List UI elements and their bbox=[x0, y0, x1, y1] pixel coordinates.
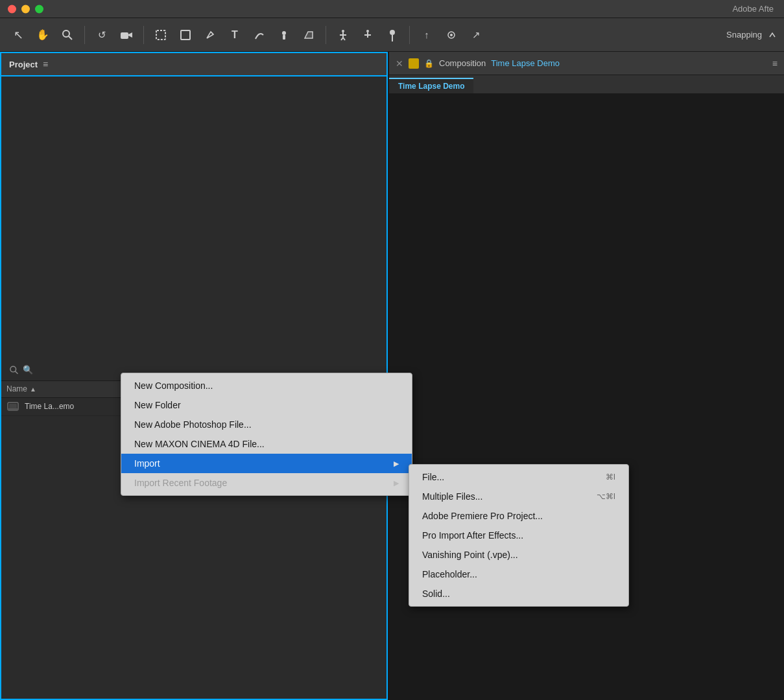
project-header: Project ≡ bbox=[1, 53, 386, 76]
project-panel-menu-icon[interactable]: ≡ bbox=[43, 59, 48, 69]
import-recent-arrow: ▶ bbox=[394, 479, 399, 487]
shape-tool[interactable] bbox=[175, 25, 196, 45]
project-preview-area bbox=[1, 76, 386, 360]
svg-rect-4 bbox=[156, 30, 165, 40]
snapping-area: Snapping bbox=[726, 30, 776, 40]
comp-viewport bbox=[389, 93, 784, 700]
svg-marker-3 bbox=[128, 32, 132, 38]
menu-item-import-recent: Import Recent Footage ▶ bbox=[121, 473, 412, 493]
submenu-pro-import[interactable]: Pro Import After Effects... bbox=[409, 526, 628, 545]
submenu-placeholder[interactable]: Placeholder... bbox=[409, 565, 628, 584]
menu-item-new-folder[interactable]: New Folder bbox=[121, 395, 412, 415]
menu-item-new-cinema4d[interactable]: New MAXON CINEMA 4D File... bbox=[121, 434, 412, 454]
title-bar: Adobe Afte bbox=[0, 0, 784, 18]
svg-line-23 bbox=[16, 371, 18, 373]
separator3 bbox=[326, 26, 326, 44]
comp-title-text: Composition bbox=[439, 58, 486, 68]
eraser-tool[interactable] bbox=[298, 25, 319, 45]
camera-tool[interactable] bbox=[116, 25, 137, 45]
pen-tool[interactable] bbox=[200, 25, 220, 45]
svg-line-6 bbox=[211, 32, 213, 34]
svg-point-18 bbox=[390, 30, 395, 35]
composition-row-icon bbox=[6, 400, 19, 413]
hand-tool[interactable]: ✋ bbox=[32, 25, 53, 45]
menu-item-new-composition[interactable]: New Composition... bbox=[121, 376, 412, 395]
submenu-premiere-pro[interactable]: Adobe Premiere Pro Project... bbox=[409, 506, 628, 526]
svg-rect-27 bbox=[8, 408, 18, 410]
sub-menu: File... ⌘I Multiple Files... ⌥⌘I Adobe P… bbox=[409, 464, 629, 607]
minimize-button[interactable] bbox=[21, 5, 30, 13]
toolbar: ↖ ✋ ↺ T bbox=[0, 18, 784, 52]
comp-panel-menu-icon[interactable]: ≡ bbox=[772, 58, 778, 69]
comp-tab[interactable]: Time Lapse Demo bbox=[389, 78, 473, 93]
search-icon bbox=[9, 365, 19, 375]
align-top[interactable]: ↑ bbox=[416, 25, 437, 45]
submenu-solid[interactable]: Solid... bbox=[409, 584, 628, 603]
separator bbox=[84, 26, 85, 44]
comp-name: Time Lapse Demo bbox=[491, 58, 560, 68]
lock-icon: 🔒 bbox=[424, 59, 434, 68]
project-panel-title: Project bbox=[9, 60, 38, 69]
context-menu: New Composition... New Folder New Adobe … bbox=[121, 373, 412, 496]
import-submenu-arrow: ▶ bbox=[394, 460, 399, 468]
puppet-tool[interactable] bbox=[333, 25, 353, 45]
close-button[interactable] bbox=[8, 5, 16, 13]
menu-item-import[interactable]: Import ▶ bbox=[121, 454, 412, 473]
svg-marker-9 bbox=[305, 32, 313, 38]
maximize-button[interactable] bbox=[35, 5, 43, 13]
app-title: Adobe Afte bbox=[732, 4, 774, 14]
comp-header: ✕ 🔒 Composition Time Lapse Demo ≡ bbox=[389, 52, 784, 75]
svg-rect-26 bbox=[9, 404, 17, 409]
comp-close-button[interactable]: ✕ bbox=[396, 58, 403, 69]
align-right[interactable]: ↗ bbox=[466, 25, 486, 45]
menu-item-new-photoshop[interactable]: New Adobe Photoshop File... bbox=[121, 415, 412, 434]
svg-rect-2 bbox=[121, 32, 128, 39]
text-tool[interactable]: T bbox=[224, 25, 245, 45]
sort-arrow: ▲ bbox=[30, 386, 36, 393]
svg-rect-8 bbox=[283, 35, 285, 40]
rotate-tool[interactable]: ↺ bbox=[91, 25, 112, 45]
svg-point-10 bbox=[342, 30, 344, 32]
selection-tool[interactable]: ↖ bbox=[8, 25, 29, 45]
svg-point-0 bbox=[63, 30, 69, 37]
zoom-tool[interactable] bbox=[57, 25, 78, 45]
separator4 bbox=[409, 26, 410, 44]
submenu-vanishing-point[interactable]: Vanishing Point (.vpe)... bbox=[409, 545, 628, 565]
svg-point-22 bbox=[10, 366, 16, 372]
comp-tab-bar: Time Lapse Demo bbox=[389, 75, 784, 93]
col-name-header[interactable]: Name ▲ bbox=[1, 384, 137, 393]
rect-select-tool[interactable] bbox=[150, 25, 171, 45]
puppet-tool2[interactable] bbox=[357, 25, 378, 45]
svg-line-14 bbox=[343, 38, 345, 40]
snapping-label: Snapping bbox=[726, 30, 762, 40]
path-tool[interactable] bbox=[249, 25, 270, 45]
svg-point-15 bbox=[366, 30, 369, 32]
separator2 bbox=[143, 26, 144, 44]
svg-point-7 bbox=[282, 31, 286, 35]
pin-tool[interactable] bbox=[382, 25, 403, 45]
window-controls bbox=[8, 5, 43, 13]
submenu-multiple-files[interactable]: Multiple Files... ⌥⌘I bbox=[409, 487, 628, 506]
svg-line-1 bbox=[69, 36, 72, 40]
svg-rect-5 bbox=[181, 30, 190, 40]
row-name: Time La...emo bbox=[25, 402, 74, 411]
submenu-file[interactable]: File... ⌘I bbox=[409, 467, 628, 487]
comp-icon bbox=[409, 58, 419, 69]
row-name-cell: Time La...emo bbox=[1, 400, 137, 413]
distribute[interactable] bbox=[441, 25, 462, 45]
clone-stamp-tool[interactable] bbox=[274, 25, 294, 45]
svg-point-21 bbox=[450, 34, 453, 36]
